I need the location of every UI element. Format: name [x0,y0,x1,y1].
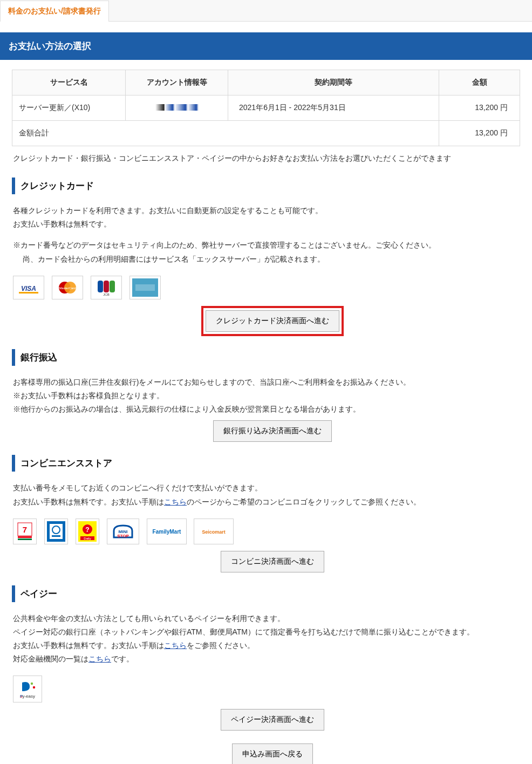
block-credit-card: クレジットカード 各種クレジットカードを利用できます。お支払いに自動更新の設定を… [12,178,532,336]
svg-rect-13 [135,284,155,291]
credit-note1: ※カード番号などのデータはセキュリティ向上のため、弊社サーバーで直接管理すること… [13,238,532,252]
th-amount: 金額 [439,70,520,96]
cell-period: 2021年6月1日 - 2022年5月31日 [228,96,439,121]
payeasy-link2[interactable]: こちら [88,654,111,663]
cell-amount: 13,200 円 [439,96,520,121]
account-masked [155,104,199,111]
familymart-icon: FamilyMart [147,519,187,544]
svg-rect-22 [52,535,60,537]
ministop-icon: MINISTOP [107,519,139,544]
svg-text:P: P [20,694,23,699]
cell-total-label: 金額合計 [12,121,439,146]
mastercard-icon: MasterCard [52,276,83,299]
svg-text:VISA: VISA [21,285,36,292]
amex-icon [129,276,161,299]
conv-line1: 支払い番号をメモしてお近くのコンビニへ行くだけで支払いができます。 [13,481,532,495]
payeasy-line3: お支払い手数料は無料です。お支払い手順はこちらをご参照ください。 [13,639,532,652]
svg-rect-8 [98,281,103,292]
conv-link[interactable]: こちら [164,497,187,506]
svg-rect-18 [18,538,32,540]
cell-total-amount: 13,200 円 [439,121,520,146]
bank-title: 銀行振込 [21,352,57,363]
convenience-proceed-button[interactable]: コンビニ決済画面へ進む [221,551,324,572]
credit-button-highlight: クレジットカード決済画面へ進む [201,306,344,336]
payeasy-line1: 公共料金や年金の支払い方法としても用いられているペイジーを利用できます。 [13,612,532,625]
svg-text:FamilyMart: FamilyMart [152,529,181,535]
conv-title: コンビニエンスストア [21,458,112,468]
tab-payment[interactable]: 料金のお支払い/請求書発行 [0,1,109,22]
svg-rect-17 [18,536,32,538]
th-account: アカウント情報等 [126,70,228,96]
svg-text:Daily: Daily [84,537,91,540]
lawson-icon [44,519,68,544]
svg-point-36 [31,683,33,685]
svg-text:MasterCard: MasterCard [59,286,76,290]
intro-text: クレジットカード・銀行振込・コンビニエンスストア・ペイジーの中からお好きなお支払… [13,154,519,163]
credit-line2: お支払い手数料は無料です。 [13,217,532,231]
block-payeasy: ペイジー 公共料金や年金の支払い方法としても用いられているペイジーを利用できます… [12,585,532,764]
svg-rect-10 [110,281,115,292]
seven-eleven-icon: 7 [13,519,37,544]
jcb-icon: JCB [91,276,122,299]
visa-icon: VISA [13,276,44,299]
svg-text:?: ? [85,526,89,534]
conv-line2: お支払い手数料は無料です。お支払い手順はこちらのページからご希望のコンビニロゴを… [13,495,532,509]
svg-text:JCB: JCB [103,293,109,296]
payeasy-title: ペイジー [21,589,57,599]
bank-line2: ※お支払い手数料はお客様負担となります。 [13,389,532,403]
svg-text:Seicomart: Seicomart [202,529,226,535]
bank-line1: お客様専用の振込口座(三井住友銀行)をメールにてお知らせしますので、当該口座へご… [13,376,532,389]
section-title: お支払い方法の選択 [0,32,532,60]
svg-rect-9 [104,281,109,292]
payeasy-proceed-button[interactable]: ペイジー決済画面へ進む [221,709,324,731]
back-button[interactable]: 申込み画面へ戻る [232,743,313,764]
th-service: サービス名 [12,70,126,96]
credit-line1: 各種クレジットカードを利用できます。お支払いに自動更新の設定をすることも可能です… [13,204,532,217]
daily-yamazaki-icon: ?Daily [76,519,99,544]
bank-proceed-button[interactable]: 銀行振り込み決済画面へ進む [213,420,332,442]
credit-card-proceed-button[interactable]: クレジットカード決済画面へ進む [206,310,339,332]
block-convenience: コンビニエンスストア 支払い番号をメモしてお近くのコンビニへ行くだけで支払いがで… [12,455,532,572]
svg-text:STOP: STOP [117,534,129,538]
bank-line3: ※他行からのお振込みの場合は、振込元銀行の仕様により入金反映が翌営業日となる場合… [13,403,532,416]
payeasy-line2: ペイジー対応の銀行口座（ネットバンキングや銀行ATM、郵便局ATM）にて指定番号… [13,625,532,639]
svg-point-37 [33,686,35,688]
svg-text:7: 7 [23,525,27,534]
svg-rect-2 [19,292,38,294]
credit-note2: 尚、カード会社からの利用明細書にはサービス名「エックスサーバー」が記載されます。 [13,253,532,266]
table-row-total: 金額合計 13,200 円 [12,121,520,146]
cell-service: サーバー更新／(X10) [12,96,126,121]
payeasy-link1[interactable]: こちら [164,641,187,650]
payeasy-line4: 対応金融機関の一覧はこちらです。 [13,652,532,666]
table-row: サーバー更新／(X10) 2021年6月1日 - 2022年5月31日 13,2… [12,96,520,121]
payeasy-icon: ay-easyP [13,676,42,702]
credit-title: クレジットカード [21,181,94,191]
summary-table: サービス名 アカウント情報等 契約期間等 金額 サーバー更新／(X10) 202… [12,70,520,146]
cell-account [126,96,228,121]
seicomart-icon: Seicomart [194,519,234,544]
th-period: 契約期間等 [228,70,439,96]
block-bank: 銀行振込 お客様専用の振込口座(三井住友銀行)をメールにてお知らせしますので、当… [12,349,532,442]
